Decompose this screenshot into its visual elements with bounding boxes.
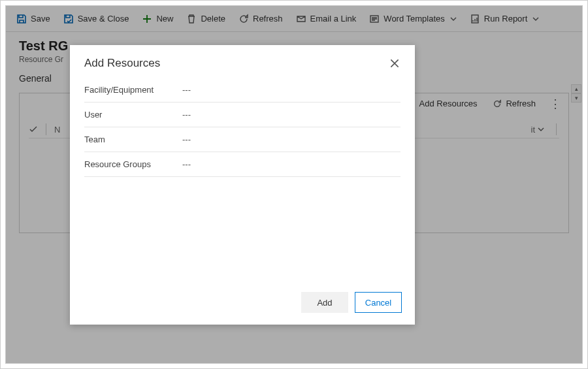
field-label: User (84, 110, 182, 120)
dialog-footer: Add Cancel (70, 284, 415, 325)
field-facility-equipment[interactable]: Facility/Equipment --- (84, 78, 400, 103)
cancel-button[interactable]: Cancel (355, 292, 402, 313)
field-resource-groups[interactable]: Resource Groups --- (84, 152, 400, 177)
add-button[interactable]: Add (301, 292, 348, 313)
add-resources-dialog: Add Resources Facility/Equipment --- Use… (70, 45, 415, 325)
field-value: --- (182, 135, 191, 144)
field-label: Resource Groups (84, 159, 182, 169)
field-team[interactable]: Team --- (84, 127, 400, 152)
field-user[interactable]: User --- (84, 103, 400, 127)
dialog-title: Add Resources (84, 57, 389, 70)
close-icon[interactable] (389, 57, 400, 69)
dialog-body: Facility/Equipment --- User --- Team ---… (70, 75, 415, 284)
field-label: Facility/Equipment (84, 85, 182, 95)
field-value: --- (182, 159, 191, 169)
field-value: --- (182, 85, 191, 95)
field-value: --- (182, 110, 191, 120)
field-label: Team (84, 135, 182, 144)
